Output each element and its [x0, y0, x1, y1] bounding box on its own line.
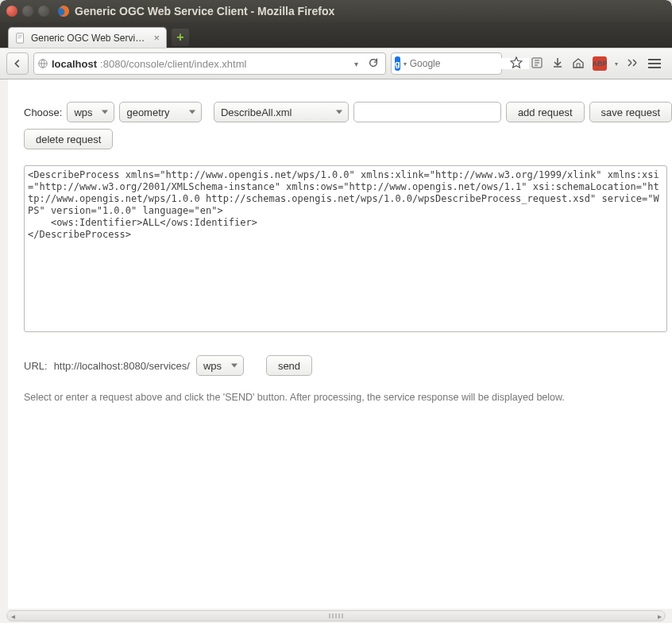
reader-icon[interactable] — [531, 56, 543, 72]
window-close-button[interactable] — [6, 6, 17, 17]
controls-row-2: delete request — [24, 129, 672, 149]
choose-label: Choose: — [24, 106, 62, 118]
new-tab-button[interactable]: + — [172, 29, 189, 46]
endpoint-service-select[interactable]: wps — [196, 355, 244, 376]
request-select[interactable]: DescribeAll.xml — [214, 102, 349, 122]
browser-tab[interactable]: Generic OGC Web Servi… × — [8, 27, 167, 48]
url-label: URL: — [24, 360, 48, 372]
adblock-dropdown-icon[interactable]: ▾ — [615, 60, 618, 68]
hint-text: Select or enter a request above and clic… — [24, 392, 672, 403]
controls-row-1: Choose: wps geometry DescribeAll.xml add… — [24, 102, 672, 122]
page-content: Choose: wps geometry DescribeAll.xml add… — [8, 79, 672, 609]
category-select[interactable]: geometry — [119, 102, 202, 122]
menu-button[interactable] — [643, 52, 666, 75]
search-engine-icon[interactable]: g — [395, 56, 400, 71]
request-name-input[interactable] — [353, 102, 501, 122]
url-host: localhost — [52, 58, 97, 70]
save-request-button[interactable]: save request — [589, 102, 672, 122]
toolbar-icons: ABP ▾ — [510, 56, 639, 72]
add-request-button[interactable]: add request — [506, 102, 585, 122]
address-bar[interactable]: localhost:8080/console/client/index.xhtm… — [33, 52, 386, 75]
browser-toolbar: localhost:8080/console/client/index.xhtm… — [0, 48, 672, 79]
back-icon — [12, 58, 23, 69]
delete-request-button[interactable]: delete request — [24, 129, 113, 149]
endpoint-base: http://localhost:8080/services/ — [54, 360, 190, 372]
window-title: Generic OGC Web Service Client - Mozilla… — [75, 5, 334, 17]
url-path: :8080/console/client/index.xhtml — [100, 58, 246, 70]
globe-icon — [37, 58, 48, 69]
scroll-left-icon[interactable]: ◂ — [7, 610, 18, 621]
scroll-grip[interactable] — [312, 613, 360, 619]
request-xml-textarea[interactable] — [24, 165, 667, 332]
home-icon[interactable] — [572, 56, 585, 72]
tab-title: Generic OGC Web Servi… — [31, 33, 145, 44]
tab-close-icon[interactable]: × — [153, 32, 160, 44]
back-button[interactable] — [6, 52, 29, 75]
bookmark-star-icon[interactable] — [510, 56, 523, 72]
search-box[interactable]: g ▾ — [391, 52, 502, 75]
endpoint-row: URL: http://localhost:8080/services/ wps… — [24, 355, 672, 376]
scroll-right-icon[interactable]: ▸ — [654, 610, 665, 621]
url-dropdown-icon[interactable]: ▾ — [351, 60, 361, 68]
overflow-icon[interactable] — [626, 56, 639, 72]
window-titlebar: Generic OGC Web Service Client - Mozilla… — [0, 0, 672, 22]
page-icon — [15, 33, 26, 44]
tab-strip: Generic OGC Web Servi… × + — [0, 22, 672, 48]
window-minimize-button[interactable] — [22, 6, 33, 17]
send-button[interactable]: send — [266, 355, 312, 376]
window-maximize-button[interactable] — [38, 6, 49, 17]
horizontal-scrollbar[interactable]: ◂ ▸ — [6, 610, 666, 621]
firefox-icon — [57, 5, 70, 17]
reload-icon — [368, 57, 379, 68]
downloads-icon[interactable] — [551, 56, 564, 72]
adblock-icon[interactable]: ABP — [593, 56, 607, 71]
reload-button[interactable] — [365, 57, 382, 71]
window-buttons — [6, 6, 49, 17]
service-select[interactable]: wps — [67, 102, 114, 122]
